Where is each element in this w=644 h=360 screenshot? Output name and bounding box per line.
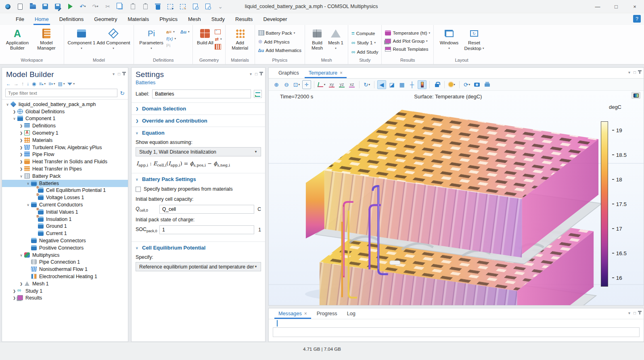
menu-tab[interactable]: Developer bbox=[258, 13, 292, 25]
livelink-button[interactable]: ⇄▾ bbox=[215, 36, 222, 42]
tree-item[interactable]: ∨ Component 1 bbox=[2, 115, 128, 123]
tree-item[interactable]: ❯ Heat Transfer in Pipes bbox=[2, 165, 128, 173]
delete-icon[interactable] bbox=[154, 3, 161, 10]
section-domain-selection[interactable]: ❯Domain Selection bbox=[132, 102, 265, 114]
tree-item[interactable]: Electrochemical Heating 1 bbox=[2, 273, 128, 280]
menu-tab[interactable]: Physics bbox=[154, 13, 183, 25]
forward-icon[interactable]: → bbox=[14, 81, 19, 87]
component-1-button[interactable]: Component 1 ▾ bbox=[67, 27, 96, 57]
panel-float-icon[interactable]: □ bbox=[118, 72, 120, 76]
messages-output[interactable] bbox=[273, 327, 640, 337]
view-yz-icon[interactable]: yz bbox=[337, 80, 346, 89]
messages-tab[interactable]: Messages× bbox=[274, 308, 312, 319]
build-mesh-button[interactable]: Build Mesh bbox=[308, 27, 326, 57]
collapse-all-icon[interactable]: ≡▴▾ bbox=[39, 81, 46, 87]
tree-item[interactable]: ❯ Materials bbox=[2, 137, 128, 144]
tree-filter-input[interactable] bbox=[5, 89, 117, 97]
add-plot-group-button[interactable]: Add Plot Group▾ bbox=[385, 39, 430, 44]
run-icon[interactable] bbox=[67, 3, 74, 10]
menu-tab[interactable]: Study bbox=[206, 13, 230, 25]
tab-close-icon[interactable]: × bbox=[340, 70, 343, 76]
expand-arrow-icon[interactable]: ❯ bbox=[18, 282, 24, 286]
panel-pin-icon[interactable] bbox=[639, 311, 640, 314]
tree-item[interactable]: Nonisothermal Flow 1 bbox=[2, 266, 128, 273]
tree-item[interactable]: ∨ Batteries bbox=[2, 180, 128, 187]
build-all-button[interactable]: Build All bbox=[196, 27, 214, 57]
panel-menu-icon[interactable]: ▾ bbox=[628, 70, 630, 78]
add-physics-button[interactable]: ❊Add Physics bbox=[258, 39, 302, 45]
undo-icon[interactable]: ↶▾ bbox=[79, 3, 86, 10]
axes-visibility-icon[interactable]: ┼ bbox=[408, 80, 416, 89]
expand-all-icon[interactable]: ≡▾▾ bbox=[48, 81, 55, 87]
cep-specify-dropdown[interactable]: Reference equilibrium potential and temp… bbox=[136, 262, 261, 271]
add-component-button[interactable]: Add Component ▾ bbox=[96, 27, 130, 57]
save-icon[interactable] bbox=[42, 3, 49, 10]
tree-item[interactable]: D Cell Equilibrium Potential 1 bbox=[2, 187, 128, 194]
view-xz-icon[interactable]: xz bbox=[347, 80, 356, 89]
redo-icon[interactable]: ↷▾ bbox=[92, 3, 99, 10]
tree-item[interactable]: Pipe Connection 1 bbox=[2, 259, 128, 266]
scene-light-icon[interactable]: ▾ bbox=[447, 80, 456, 89]
tree-item[interactable]: Current 1 bbox=[2, 230, 128, 237]
expand-arrow-icon[interactable]: ∨ bbox=[4, 102, 10, 106]
variables-button[interactable]: a=▾ bbox=[166, 29, 175, 34]
label-input[interactable] bbox=[152, 89, 251, 98]
windows-button[interactable]: Windows▾ bbox=[437, 27, 461, 57]
back-icon[interactable]: ← bbox=[6, 81, 11, 87]
rotate-icon[interactable]: ↻▾ bbox=[362, 80, 371, 89]
menu-tab[interactable]: Materials bbox=[122, 13, 154, 25]
environment-icon[interactable]: ⟳▾ bbox=[462, 80, 471, 89]
parameter-case-button[interactable]: Pi bbox=[166, 43, 189, 48]
tree-item[interactable]: ❯ Mesh 1 bbox=[2, 280, 128, 287]
expand-arrow-icon[interactable]: ❯ bbox=[18, 167, 24, 171]
study-1-button[interactable]: ∞Study 1▾ bbox=[351, 40, 378, 46]
save-as-icon[interactable] bbox=[54, 3, 61, 10]
tree-item[interactable]: Negative Connectors bbox=[2, 237, 128, 244]
table-settings-icon[interactable] bbox=[277, 320, 278, 326]
nonlocal-couplings-button[interactable]: Δu▾ bbox=[180, 29, 190, 34]
copy-icon[interactable] bbox=[117, 3, 124, 10]
parameters-button[interactable]: Pi Parameters▾ bbox=[137, 27, 165, 57]
expand-arrow-icon[interactable]: ❯ bbox=[18, 131, 24, 135]
panel-menu-icon[interactable]: ▾ bbox=[628, 311, 630, 319]
expand-arrow-icon[interactable]: ∨ bbox=[11, 117, 17, 121]
zoom-box-icon[interactable]: ⊡▾ bbox=[292, 80, 301, 89]
section-override[interactable]: ❯Override and Contribution bbox=[132, 114, 265, 127]
customize-toolbar-icon[interactable]: ⌄ bbox=[217, 3, 224, 10]
messages-tab[interactable]: Progress bbox=[312, 308, 342, 319]
tree-item[interactable]: ❯ Global Definitions bbox=[2, 108, 128, 115]
open-file-icon[interactable] bbox=[29, 3, 36, 10]
show-icon[interactable]: ◉ bbox=[32, 81, 36, 87]
find-icon[interactable] bbox=[192, 3, 199, 10]
tree-item[interactable]: ❯ Heat Transfer in Solids and Fluids bbox=[2, 158, 128, 165]
virtual-operations-button[interactable] bbox=[215, 44, 222, 50]
snapshot-icon[interactable] bbox=[473, 80, 481, 89]
panel-pin-icon[interactable] bbox=[639, 70, 640, 74]
battery-pack-3d-render[interactable] bbox=[269, 91, 644, 305]
capacity-input[interactable] bbox=[159, 205, 254, 214]
panel-pin-icon[interactable] bbox=[123, 72, 125, 75]
tree-item[interactable]: D Insulation 1 bbox=[2, 216, 128, 223]
result-templates-button[interactable]: Result Templates bbox=[385, 47, 430, 52]
duplicate-icon[interactable] bbox=[142, 3, 149, 10]
graphics-tab[interactable]: Graphics bbox=[274, 68, 304, 78]
zoom-in-icon[interactable]: ⊕ bbox=[272, 80, 281, 89]
panel-float-icon[interactable]: □ bbox=[255, 72, 257, 76]
zoom-out-icon[interactable]: ⊖ bbox=[282, 80, 291, 89]
expand-arrow-icon[interactable]: ❯ bbox=[18, 146, 24, 150]
specify-from-materials-checkbox[interactable] bbox=[136, 187, 141, 192]
expand-arrow-icon[interactable]: ❯ bbox=[11, 296, 17, 300]
tree-item[interactable]: ∨ Battery Pack bbox=[2, 173, 128, 180]
cut-icon[interactable]: ✂ bbox=[104, 3, 111, 10]
menu-tab[interactable]: Results bbox=[230, 13, 258, 25]
lock-view-icon[interactable] bbox=[433, 80, 441, 89]
application-builder-button[interactable]: A Application Builder bbox=[3, 27, 31, 57]
menu-tab[interactable]: Geometry bbox=[89, 13, 122, 25]
tree-item[interactable]: Positive Connectors bbox=[2, 244, 128, 252]
messages-tab[interactable]: Log bbox=[342, 308, 360, 319]
expand-arrow-icon[interactable]: ∨ bbox=[25, 181, 31, 185]
tree-item[interactable]: Ground 1 bbox=[2, 223, 128, 230]
maximize-button[interactable]: □ bbox=[607, 0, 625, 13]
clear-selection-icon[interactable] bbox=[179, 3, 186, 10]
expand-arrow-icon[interactable]: ❯ bbox=[11, 289, 17, 293]
